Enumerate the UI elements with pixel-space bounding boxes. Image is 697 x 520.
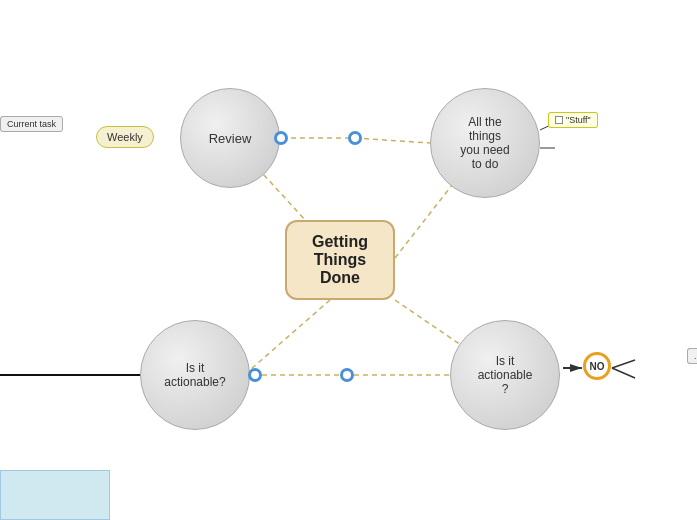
center-node: Getting Things Done — [285, 220, 395, 300]
svg-line-5 — [355, 138, 430, 143]
current-task-label: Current task — [0, 116, 63, 132]
dot-actionable-left — [248, 368, 262, 382]
all-things-label: All the things you need to do — [460, 115, 509, 171]
stuff-label-2: "Stuff" — [566, 115, 591, 125]
svg-line-12 — [612, 368, 635, 378]
center-label: Getting Things Done — [312, 233, 368, 287]
blue-rect — [0, 470, 110, 520]
weekly-node[interactable]: Weekly — [96, 126, 154, 148]
checkbox-icon-2 — [555, 116, 563, 124]
dot-actionable-center — [340, 368, 354, 382]
svg-line-2 — [250, 300, 330, 370]
stuff-box-2: "Stuff" — [548, 112, 598, 128]
dot-center-top — [348, 131, 362, 145]
actionable-left-circle[interactable]: Is it actionable? — [140, 320, 250, 430]
no-badge: NO — [583, 352, 611, 380]
dot-review-right — [274, 131, 288, 145]
svg-line-11 — [612, 360, 635, 368]
all-things-circle[interactable]: All the things you need to do — [430, 88, 540, 198]
actionable-right-label: Is it actionable ? — [478, 354, 533, 396]
actionable-right-circle[interactable]: Is it actionable ? — [450, 320, 560, 430]
actionable-left-label: Is it actionable? — [164, 361, 225, 389]
review-circle[interactable]: Review — [180, 88, 280, 188]
review-label: Review — [209, 131, 252, 146]
diagram-canvas: Done tasks Current task Weekly Review Al… — [0, 0, 697, 520]
bottom-right-box-2: ... — [687, 348, 697, 364]
